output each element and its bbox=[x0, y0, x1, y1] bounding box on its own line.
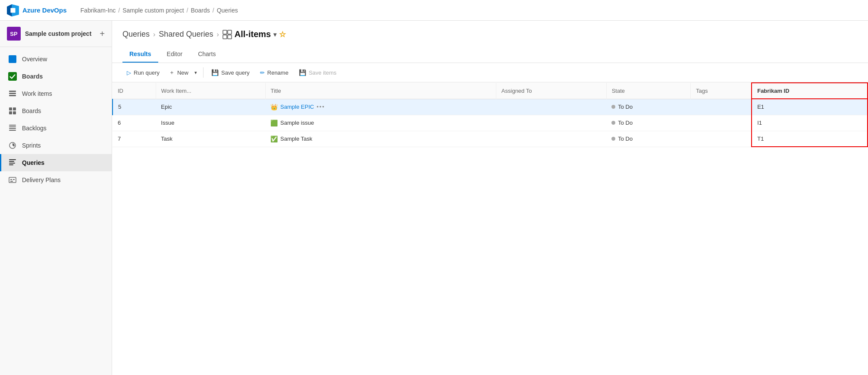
sidebar-item-overview[interactable]: Overview bbox=[0, 50, 112, 68]
cell-state-epic: To Do bbox=[606, 99, 690, 115]
tabs-bar: Results Editor Charts bbox=[122, 46, 858, 63]
svg-rect-25 bbox=[10, 181, 13, 182]
svg-rect-6 bbox=[9, 91, 16, 92]
sidebar-item-boards[interactable]: Boards bbox=[0, 102, 112, 120]
svg-rect-8 bbox=[9, 95, 16, 96]
breadcrumb-current-item: All-items ▾ ☆ bbox=[222, 29, 286, 39]
issue-icon: 🟩 bbox=[270, 120, 278, 126]
logo-text: Azure DevOps bbox=[22, 6, 67, 14]
sidebar-item-backlogs-label: Backlogs bbox=[22, 125, 47, 132]
svg-rect-14 bbox=[9, 126, 16, 127]
col-header-assigned-to[interactable]: Assigned To bbox=[496, 83, 606, 99]
content-area: Queries › Shared Queries › All-items ▾ ☆ bbox=[112, 21, 868, 375]
query-table: ID Work Item... Title Assigned To State … bbox=[112, 82, 868, 147]
svg-rect-26 bbox=[223, 30, 227, 34]
results-area: ID Work Item... Title Assigned To State … bbox=[112, 82, 868, 375]
col-header-tags[interactable]: Tags bbox=[690, 83, 752, 99]
epic-title-link[interactable]: Sample EPIC bbox=[280, 104, 314, 110]
cell-assigned-issue bbox=[496, 115, 606, 131]
save-items-button[interactable]: 💾 Save items bbox=[295, 67, 341, 78]
cell-type-task: Task bbox=[156, 131, 265, 147]
cell-tags-task bbox=[690, 131, 752, 147]
svg-rect-28 bbox=[223, 35, 227, 39]
svg-rect-23 bbox=[10, 179, 12, 180]
breadcrumb-arrow-1: › bbox=[153, 31, 155, 38]
cell-title-epic[interactable]: 👑 Sample EPIC ••• bbox=[265, 99, 496, 115]
title-chevron-icon[interactable]: ▾ bbox=[273, 31, 276, 38]
svg-rect-21 bbox=[9, 164, 13, 165]
svg-rect-29 bbox=[228, 35, 232, 39]
svg-rect-13 bbox=[9, 125, 16, 126]
svg-rect-10 bbox=[13, 107, 16, 110]
save-query-button[interactable]: 💾 Save query bbox=[207, 67, 254, 78]
sidebar-item-sprints-label: Sprints bbox=[22, 142, 41, 149]
breadcrumb-project[interactable]: Sample custom project bbox=[122, 7, 184, 14]
cell-tags-epic bbox=[690, 99, 752, 115]
save-query-icon: 💾 bbox=[211, 69, 219, 76]
sidebar-item-backlogs[interactable]: Backlogs bbox=[0, 120, 112, 137]
new-dropdown-button[interactable]: ▾ bbox=[192, 68, 200, 78]
azure-devops-logo[interactable]: Azure DevOps bbox=[7, 4, 67, 16]
epic-crown-icon: 👑 bbox=[270, 104, 278, 110]
state-dot-icon bbox=[611, 105, 615, 109]
cell-title-task[interactable]: ✅ Sample Task bbox=[265, 131, 496, 147]
col-header-state[interactable]: State bbox=[606, 83, 690, 99]
tab-charts[interactable]: Charts bbox=[191, 46, 222, 63]
cell-type-epic: Epic bbox=[156, 99, 265, 115]
svg-rect-24 bbox=[13, 179, 15, 180]
breadcrumb-org[interactable]: Fabrikam-Inc bbox=[81, 7, 116, 14]
svg-rect-15 bbox=[9, 128, 16, 129]
delivery-plans-icon bbox=[8, 176, 17, 184]
toolbar-separator-1 bbox=[203, 67, 204, 78]
breadcrumb: Fabrikam-Inc / Sample custom project / B… bbox=[81, 7, 238, 14]
sidebar-item-work-items-label: Work items bbox=[22, 90, 52, 97]
table-row[interactable]: 5 Epic 👑 Sample EPIC ••• To Do bbox=[113, 99, 868, 115]
breadcrumb-queries[interactable]: Queries bbox=[217, 7, 238, 14]
tab-editor[interactable]: Editor bbox=[160, 46, 190, 63]
breadcrumb-shared-link[interactable]: Shared Queries bbox=[159, 30, 213, 39]
rename-button[interactable]: ✏ Rename bbox=[256, 67, 293, 78]
cell-fabrikam-task: T1 bbox=[752, 131, 868, 147]
col-header-title[interactable]: Title bbox=[265, 83, 496, 99]
cell-fabrikam-issue: I1 bbox=[752, 115, 868, 131]
sidebar-item-boards-label: Boards bbox=[22, 107, 41, 114]
tab-results[interactable]: Results bbox=[122, 46, 158, 63]
cell-id-6: 6 bbox=[113, 115, 156, 131]
new-plus-icon: ＋ bbox=[169, 69, 175, 76]
project-name: Sample custom project bbox=[25, 30, 95, 37]
sidebar-item-delivery-plans[interactable]: Delivery Plans bbox=[0, 171, 112, 189]
toolbar: ▷ Run query ＋ New ▾ 💾 Save query ✏ Renam bbox=[112, 63, 868, 82]
cell-title-issue[interactable]: 🟩 Sample issue bbox=[265, 115, 496, 131]
issue-title-link[interactable]: Sample issue bbox=[280, 120, 314, 126]
page-breadcrumb: Queries › Shared Queries › All-items ▾ ☆ bbox=[122, 29, 858, 39]
sidebar-project: SP Sample custom project + bbox=[0, 21, 112, 47]
svg-rect-11 bbox=[9, 111, 12, 114]
sidebar-item-boards-section[interactable]: Boards bbox=[0, 68, 112, 85]
project-avatar: SP bbox=[7, 27, 21, 41]
breadcrumb-boards[interactable]: Boards bbox=[191, 7, 210, 14]
new-chevron-icon: ▾ bbox=[194, 70, 197, 75]
sidebar-item-delivery-plans-label: Delivery Plans bbox=[22, 176, 60, 183]
favorite-star-icon[interactable]: ☆ bbox=[279, 30, 286, 39]
run-query-button[interactable]: ▷ Run query bbox=[122, 67, 164, 78]
col-header-work-item-type[interactable]: Work Item... bbox=[156, 83, 265, 99]
col-header-id[interactable]: ID bbox=[113, 83, 156, 99]
sidebar-item-sprints[interactable]: Sprints bbox=[0, 137, 112, 154]
more-options-icon[interactable]: ••• bbox=[316, 104, 325, 110]
sidebar-item-work-items[interactable]: Work items bbox=[0, 85, 112, 102]
sidebar-item-queries[interactable]: Queries bbox=[0, 154, 112, 171]
svg-rect-12 bbox=[13, 111, 16, 114]
cell-assigned-task bbox=[496, 131, 606, 147]
cell-state-issue: To Do bbox=[606, 115, 690, 131]
table-row[interactable]: 6 Issue 🟩 Sample issue To Do bbox=[113, 115, 868, 131]
new-button[interactable]: ＋ New bbox=[166, 66, 192, 79]
boards-main-icon bbox=[8, 72, 17, 81]
add-project-button[interactable]: + bbox=[100, 29, 105, 38]
svg-rect-19 bbox=[9, 161, 14, 162]
col-header-fabrikam-id[interactable]: Fabrikam ID bbox=[752, 83, 868, 99]
new-button-group: ＋ New ▾ bbox=[166, 66, 200, 79]
breadcrumb-queries-link[interactable]: Queries bbox=[122, 30, 150, 39]
table-row[interactable]: 7 Task ✅ Sample Task To Do bbox=[113, 131, 868, 147]
task-title-link[interactable]: Sample Task bbox=[280, 136, 312, 142]
sidebar: SP Sample custom project + Overview bbox=[0, 21, 112, 375]
